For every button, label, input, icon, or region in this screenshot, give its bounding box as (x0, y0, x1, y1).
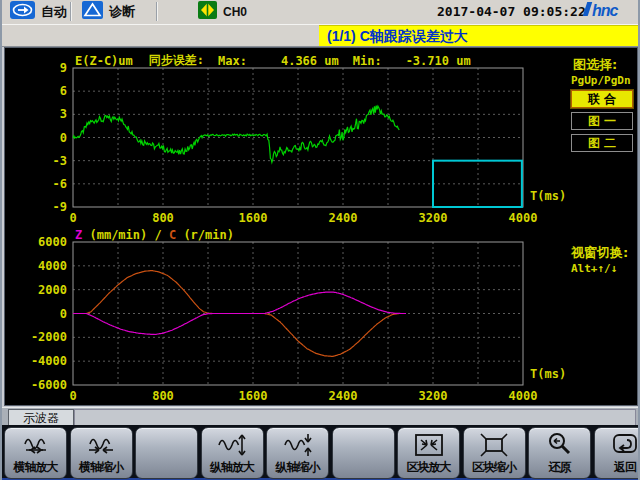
haxis-zoom-in-icon (5, 430, 66, 460)
chart-select-option-0[interactable]: 联 合 (571, 90, 633, 108)
chart2-legend-part: (r/min) (176, 228, 234, 242)
x-tick-label: 1600 (239, 389, 268, 403)
chart1-ylabel: E(Z-C)um (75, 54, 133, 68)
x-tick-label: 3200 (419, 211, 448, 225)
sync-error-label: 同步误差: (149, 52, 204, 69)
chart-1: 9630-3-6-908001600240032004000T(ms) (53, 61, 567, 225)
y-tick-label: -6000 (31, 378, 67, 392)
haxis-zoom-out-icon (71, 430, 132, 460)
x-tick-label: 2400 (329, 211, 358, 225)
diagnosis-button[interactable]: 诊断 (82, 2, 135, 22)
x-tick-label: 4000 (509, 389, 538, 403)
block-zoom-out-icon (464, 430, 525, 460)
auto-mode-label: 自动 (41, 3, 67, 21)
max-label: Max: (218, 54, 247, 68)
softkey-label: 横轴放大 (5, 459, 66, 476)
scope-plot-area: 9630-3-6-908001600240032004000T(ms)60004… (5, 48, 637, 405)
softkey-10[interactable]: 返回 (594, 427, 640, 479)
softkey-label: 区块缩小 (464, 459, 525, 476)
y-tick-label: 6000 (38, 235, 67, 249)
channel-indicator[interactable]: CH0 (198, 2, 247, 22)
softkey-label: 还原 (529, 459, 590, 476)
softkey-label: 返回 (595, 459, 640, 476)
chart2-header: Z (mm/min) / C (r/min) (75, 228, 234, 242)
min-label: Min: (353, 54, 382, 68)
back-icon (595, 430, 640, 460)
y-tick-label: 9 (60, 61, 67, 75)
alarm-message: (1/1) C轴跟踪误差过大 (327, 26, 640, 46)
y-tick-label: -6 (53, 177, 67, 191)
chart-select-buttons: 联 合图 一图 二 (571, 90, 633, 156)
top-menu-bar: 自动 诊断 CH0 2017-04-07 09:05:22 (2, 0, 638, 25)
vaxis-zoom-out-icon (267, 430, 328, 460)
topbar-divider (70, 2, 72, 21)
softkey-1[interactable]: 横轴放大 (4, 427, 67, 479)
y-tick-label: -3 (53, 154, 67, 168)
hnc-logo: hnc (585, 2, 617, 20)
softkey-label: 横轴缩小 (71, 459, 132, 476)
min-value: -3.710 um (406, 54, 471, 68)
channel-label: CH0 (223, 5, 247, 19)
chart-select-option-1[interactable]: 图 一 (571, 112, 633, 130)
softkey-label: 区块放大 (398, 459, 459, 476)
y-tick-label: -2000 (31, 330, 67, 344)
time-axis-label: T(ms) (530, 367, 566, 381)
datetime-display: 2017-04-07 09:05:22 (437, 4, 586, 19)
y-tick-label: -9 (53, 200, 67, 214)
diagnosis-icon (82, 1, 103, 23)
y-tick-label: 3 (60, 107, 67, 121)
x-tick-label: 800 (152, 211, 174, 225)
softkey-2[interactable]: 横轴缩小 (70, 427, 133, 479)
x-tick-label: 4000 (509, 211, 538, 225)
chart1-header: E(Z-C)um 同步误差: Max: 4.366 um Min: -3.710… (75, 52, 471, 69)
restore-zoom-icon (529, 430, 590, 460)
y-tick-label: 0 (60, 307, 67, 321)
time-axis-label: T(ms) (530, 189, 566, 203)
block-zoom-in-icon (398, 430, 459, 460)
softkey-8[interactable]: 区块缩小 (463, 427, 526, 479)
auto-mode-icon (10, 1, 35, 23)
chart2-legend-part: / (154, 228, 168, 242)
x-tick-label: 1600 (239, 211, 268, 225)
y-tick-label: 6 (60, 84, 67, 98)
y-tick-label: -4000 (31, 354, 67, 368)
y-tick-label: 2000 (38, 283, 67, 297)
chart-2: 6000400020000-2000-4000-6000080016002400… (31, 235, 566, 403)
x-tick-label: 3200 (419, 389, 448, 403)
diagnosis-label: 诊断 (109, 3, 135, 21)
softkey-5[interactable]: 纵轴缩小 (266, 427, 329, 479)
trace-z-mm-min- (73, 292, 406, 334)
softkey-empty-3[interactable] (135, 427, 198, 479)
softkey-9[interactable]: 还原 (528, 427, 591, 479)
window-switch-keys: Alt+↑/↓ (571, 262, 617, 275)
status-row: (1/1) C轴跟踪误差过大 (2, 25, 638, 47)
softkey-toolbar: 横轴放大横轴缩小纵轴放大纵轴缩小区块放大区块缩小还原返回 (2, 425, 638, 480)
tab-bar: 示波器 (2, 407, 638, 426)
softkey-label: 纵轴缩小 (267, 459, 328, 476)
window-switch-title: 视窗切换: (571, 244, 628, 262)
max-value: 4.366 um (281, 54, 339, 68)
chart2-legend-part: Z (75, 228, 82, 242)
topbar-divider (156, 2, 158, 21)
softkey-7[interactable]: 区块放大 (397, 427, 460, 479)
softkey-empty-6[interactable] (332, 427, 395, 479)
trace-e-z-c-sync-error (73, 106, 399, 163)
auto-mode-button[interactable]: 自动 (10, 2, 67, 22)
chart2-legend-part: (mm/min) (82, 228, 154, 242)
chart2-legend-part: C (169, 228, 176, 242)
right-panel: 图选择: PgUp/PgDn 联 合图 一图 二 视窗切换: Alt+↑/↓ (569, 48, 639, 405)
chart-select-keys: PgUp/PgDn (571, 74, 631, 87)
hnc-scope-screen: 自动 诊断 CH0 2017-04-07 09:05:22 (0, 0, 640, 480)
chart-select-title: 图选择: (573, 56, 617, 74)
x-tick-label: 800 (152, 389, 174, 403)
oscilloscope-display: 9630-3-6-908001600240032004000T(ms)60004… (4, 47, 638, 406)
x-tick-label: 2400 (329, 389, 358, 403)
softkey-label: 纵轴放大 (202, 459, 263, 476)
y-tick-label: 0 (60, 131, 67, 145)
vaxis-zoom-in-icon (202, 430, 263, 460)
softkey-4[interactable]: 纵轴放大 (201, 427, 264, 479)
chart-select-option-2[interactable]: 图 二 (571, 134, 633, 152)
y-tick-label: 4000 (38, 259, 67, 273)
x-tick-label: 0 (69, 389, 76, 403)
channel-icon (198, 1, 217, 23)
